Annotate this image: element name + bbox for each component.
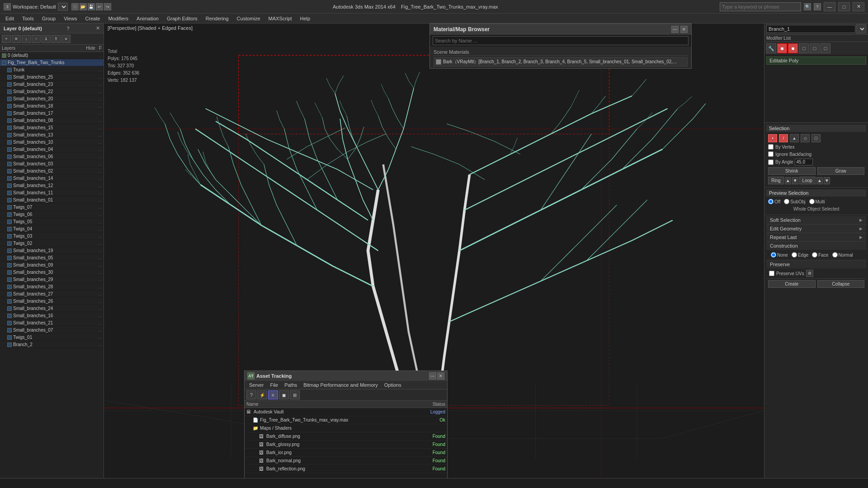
at-btn-5[interactable]: ⊞ [290,390,300,399]
construction-header[interactable]: Construction [766,242,866,250]
modifier-icon-3[interactable]: ■ [788,43,798,53]
at-menu-options[interactable]: Options [382,382,404,388]
layer-btn7[interactable]: ≡ [61,35,71,43]
layer-item[interactable]: Small_branches_09... [0,262,104,269]
workspace-dropdown[interactable] [58,3,68,11]
shrink-btn[interactable]: Shrink [768,167,816,175]
layer-item[interactable]: Twigs_04... [0,225,104,233]
modifier-icon-1[interactable]: 🔧 [766,43,776,53]
const-face-radio[interactable] [812,252,817,258]
at-table-row[interactable]: 🖼Bark_ior.pngFound [245,449,447,457]
layer-btn5[interactable]: ⇓ [42,35,51,43]
const-none-radio[interactable] [771,252,776,258]
layer-item[interactable]: Small_branches_16... [0,312,104,319]
at-btn-3[interactable]: ≡ [268,390,278,399]
layer-item[interactable]: Twigs_05... [0,218,104,225]
asset-tracking-table-body[interactable]: 🏛Autodesk VaultLogged📄Fig_Tree_Bark_Two_… [245,408,447,479]
menu-modifiers[interactable]: Modifiers [104,15,132,22]
layer-item[interactable]: Trunk... [0,66,104,74]
layer-item[interactable]: Small_branches_08... [0,117,104,124]
sel-face-icon[interactable]: ▲ [790,134,799,142]
preserve-uvs-checkbox[interactable] [769,271,774,276]
layer-item[interactable]: Small_branches_24... [0,305,104,312]
loop-spinner-down[interactable]: ▼ [824,177,830,184]
sel-poly-icon[interactable]: ◇ [801,134,810,142]
sel-edge-icon[interactable]: / [779,134,788,142]
layer-item[interactable]: Branch_2... [0,341,104,348]
layer-btn6[interactable]: ⇑ [52,35,61,43]
const-normal-radio[interactable] [832,252,838,258]
menu-maxscript[interactable]: MAXScript [265,15,296,22]
at-table-row[interactable]: 🖼Bark_glossy.pngFound [245,441,447,449]
new-icon[interactable]: □ [71,3,79,10]
keyword-search[interactable] [720,2,801,11]
at-menu-bitmap[interactable]: Bitmap Performance and Memory [301,382,380,388]
at-btn-1[interactable]: ? [246,390,256,399]
mat-browser-minimize[interactable]: — [671,26,679,33]
modifier-dropdown[interactable] [856,24,866,33]
layer-item[interactable]: Twigs_01... [0,334,104,341]
menu-rendering[interactable]: Rendering [202,15,232,22]
layer-item[interactable]: Twigs_02... [0,240,104,247]
layer-btn3[interactable]: ↓ [22,35,31,43]
minimize-button[interactable]: — [824,2,835,11]
menu-customize[interactable]: Customize [233,15,264,22]
layer-btn4[interactable]: ↑ [32,35,41,43]
layer-item[interactable]: Small_branches_25... [0,74,104,81]
layers-help-btn[interactable]: ? [66,26,69,31]
at-menu-paths[interactable]: Paths [282,382,300,388]
layer-item[interactable]: Small_branches_14... [0,175,104,182]
modifier-icon-5[interactable]: □ [810,43,820,53]
search-icon[interactable]: 🔍 [804,3,811,10]
save-icon[interactable]: 💾 [88,3,95,10]
selection-section-title[interactable]: Selection [766,125,866,132]
close-button[interactable]: ✕ [853,2,864,11]
layer-item[interactable]: Small_branches_05... [0,254,104,262]
layer-item[interactable]: Small_branches_30... [0,269,104,276]
viewport[interactable]: [Perspective] [Shaded + Edged Faces] Tot… [104,23,764,488]
layer-item[interactable]: Small_branches_28... [0,283,104,291]
layers-close-btn[interactable]: ✕ [96,25,100,31]
by-vertex-checkbox[interactable] [768,144,774,150]
layer-item[interactable]: Twigs_07... [0,204,104,211]
at-menu-file[interactable]: File [267,382,281,388]
layer-item[interactable]: Small_branches_06... [0,153,104,160]
collapse-btn[interactable]: Collapse [817,280,865,288]
mat-search-input[interactable] [433,36,689,45]
ring-spinner-up[interactable]: ▲ [785,177,791,184]
redo-icon[interactable]: ↪ [104,3,111,10]
open-icon[interactable]: 📂 [80,3,87,10]
preview-subobj-radio[interactable] [784,199,789,204]
at-table-row[interactable]: 🖼Bark_diffuse.pngFound [245,432,447,441]
menu-edit[interactable]: Edit [2,15,18,22]
at-close-btn[interactable]: ✕ [437,372,444,380]
layer-item[interactable]: Small_branches_04... [0,146,104,153]
preserve-header[interactable]: Preserve [766,260,866,268]
mat-browser-close[interactable]: ✕ [680,26,688,33]
layer-item[interactable]: Small_branches_10... [0,139,104,146]
at-table-row[interactable]: 🖼Bark_normal.pngFound [245,457,447,465]
layer-item[interactable]: Small_branches_23... [0,81,104,88]
edit-geometry-header[interactable]: Edit Geometry ▶ [766,225,866,233]
layer-list[interactable]: 0 (default)...Fig_Tree_Bark_Two_Trunks..… [0,52,104,481]
layer-item[interactable]: Small_branches_13... [0,131,104,139]
menu-views[interactable]: Views [60,15,80,22]
layer-item[interactable]: Small_branches_27... [0,291,104,298]
menu-help[interactable]: Help [297,15,314,22]
help-icon[interactable]: ? [814,3,821,10]
layer-item[interactable]: Small_branches_22... [0,88,104,95]
layer-item[interactable]: Small_branches_12... [0,182,104,189]
layer-item[interactable]: Small_branches_11... [0,189,104,197]
editable-poly-modifier[interactable]: Editable Poly [766,56,866,65]
menu-group[interactable]: Group [38,15,60,22]
sel-vertex-icon[interactable]: • [768,134,777,142]
at-table-row[interactable]: 🏛Autodesk VaultLogged [245,408,447,416]
at-btn-4[interactable]: ◼ [279,390,289,399]
menu-create[interactable]: Create [81,15,104,22]
modifier-icon-6[interactable]: □ [821,43,830,53]
const-edge-radio[interactable] [792,252,797,258]
preview-multi-radio[interactable] [809,199,815,204]
loop-spinner-up[interactable]: ▲ [816,177,823,184]
at-btn-2[interactable]: ⚡ [257,390,267,399]
menu-graph-editors[interactable]: Graph Editors [163,15,201,22]
